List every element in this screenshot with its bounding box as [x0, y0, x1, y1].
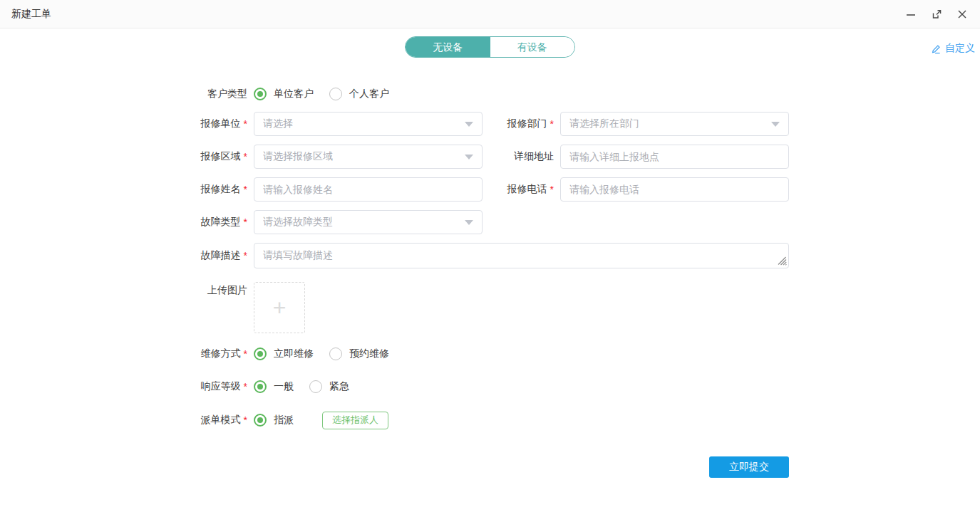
radio-appointment-repair[interactable]: 预约维修: [329, 347, 389, 360]
repair-unit-label: 报修单位*: [200, 117, 254, 130]
customer-type-label: 客户类型: [200, 88, 254, 100]
row-fault-description: 故障描述*: [200, 243, 789, 268]
radio-checked-icon: [254, 380, 267, 393]
radio-unchecked-icon: [329, 88, 342, 100]
titlebar: 新建工单: [0, 0, 980, 28]
repair-area-label: 报修区域*: [200, 150, 254, 163]
upload-image-button[interactable]: +: [254, 282, 305, 333]
close-button[interactable]: [953, 5, 971, 23]
row-repair-method: 维修方式* 立即维修 预约维修: [200, 347, 405, 361]
window-title: 新建工单: [11, 8, 51, 21]
upload-image-label: 上传图片: [200, 283, 254, 298]
repair-phone-input[interactable]: [560, 177, 789, 202]
repair-phone-label: 报修电话*: [507, 183, 560, 196]
submit-button[interactable]: 立即提交: [709, 456, 789, 478]
row-dispatch-mode: 派单模式* 指派 选择指派人: [200, 411, 388, 429]
caret-down-icon: [771, 122, 780, 127]
radio-unchecked-icon: [309, 380, 322, 393]
select-placeholder: 请选择故障类型: [263, 216, 333, 229]
repair-department-select[interactable]: 请选择所在部门: [560, 112, 789, 136]
radio-label: 预约维修: [349, 347, 389, 360]
radio-label: 紧急: [329, 380, 349, 393]
plus-icon: +: [273, 296, 287, 319]
fault-description-textarea[interactable]: [254, 243, 789, 268]
row-unit-department: 报修单位* 请选择 报修部门* 请选择所在部门: [200, 112, 789, 136]
radio-label: 单位客户: [274, 88, 314, 100]
pencil-icon: [931, 43, 942, 54]
radio-unchecked-icon: [329, 347, 342, 360]
fault-type-select[interactable]: 请选择故障类型: [254, 210, 483, 234]
radio-urgent-level[interactable]: 紧急: [309, 380, 349, 393]
select-assignee-button[interactable]: 选择指派人: [322, 412, 388, 429]
radio-label: 立即维修: [274, 347, 314, 360]
resize-handle-icon[interactable]: [777, 256, 787, 266]
radio-label: 指派: [274, 414, 294, 427]
repair-department-label: 报修部门*: [507, 117, 560, 130]
dispatch-mode-label: 派单模式*: [200, 414, 254, 427]
radio-checked-icon: [254, 347, 267, 360]
response-level-label: 响应等级*: [200, 380, 254, 393]
radio-label: 个人客户: [349, 88, 389, 100]
customize-label: 自定义: [945, 42, 975, 55]
close-icon: [957, 9, 967, 19]
row-customer-type: 客户类型 单位客户 个人客户: [200, 83, 405, 105]
device-tab-group: 无设备 有设备: [405, 36, 575, 58]
fault-description-label: 故障描述*: [200, 249, 254, 262]
row-fault-type: 故障类型* 请选择故障类型: [200, 210, 483, 234]
repair-area-select[interactable]: 请选择报修区域: [254, 145, 483, 169]
fault-description-wrap: [254, 243, 789, 268]
form-area: 无设备 有设备 自定义 客户类型 单位客户 个人客户: [0, 29, 980, 507]
radio-checked-icon: [254, 414, 267, 427]
row-area-address: 报修区域* 请选择报修区域 详细地址: [200, 145, 789, 169]
fault-type-label: 故障类型*: [200, 216, 254, 229]
window-controls: [902, 5, 971, 23]
row-name-phone: 报修姓名* 报修电话*: [200, 177, 789, 202]
maximize-button[interactable]: [927, 5, 946, 23]
radio-label: 一般: [274, 380, 294, 393]
row-response-level: 响应等级* 一般 紧急: [200, 380, 365, 394]
radio-unit-customer[interactable]: 单位客户: [254, 88, 314, 100]
caret-down-icon: [465, 220, 473, 225]
caret-down-icon: [465, 122, 473, 127]
select-placeholder: 请选择所在部门: [569, 117, 639, 130]
maximize-icon: [931, 9, 942, 20]
tab-no-device[interactable]: 无设备: [406, 37, 490, 57]
radio-assign[interactable]: 指派: [254, 414, 294, 427]
radio-personal-customer[interactable]: 个人客户: [329, 88, 389, 100]
repair-name-label: 报修姓名*: [200, 183, 254, 196]
detailed-address-input[interactable]: [560, 145, 789, 169]
caret-down-icon: [465, 155, 473, 160]
minimize-icon: [906, 9, 916, 19]
select-placeholder: 请选择报修区域: [263, 150, 333, 163]
radio-immediate-repair[interactable]: 立即维修: [254, 347, 314, 360]
radio-checked-icon: [254, 88, 267, 100]
repair-unit-select[interactable]: 请选择: [254, 112, 483, 136]
customize-link[interactable]: 自定义: [931, 42, 975, 55]
tab-has-device[interactable]: 有设备: [490, 37, 575, 57]
repair-method-label: 维修方式*: [200, 347, 254, 360]
detailed-address-label: 详细地址: [507, 150, 560, 163]
select-placeholder: 请选择: [263, 117, 293, 130]
radio-normal-level[interactable]: 一般: [254, 380, 294, 393]
new-work-order-window: 新建工单 无设备 有设备: [0, 0, 980, 507]
repair-name-input[interactable]: [254, 177, 483, 202]
row-upload-image: 上传图片 +: [200, 282, 305, 333]
minimize-button[interactable]: [902, 5, 920, 23]
